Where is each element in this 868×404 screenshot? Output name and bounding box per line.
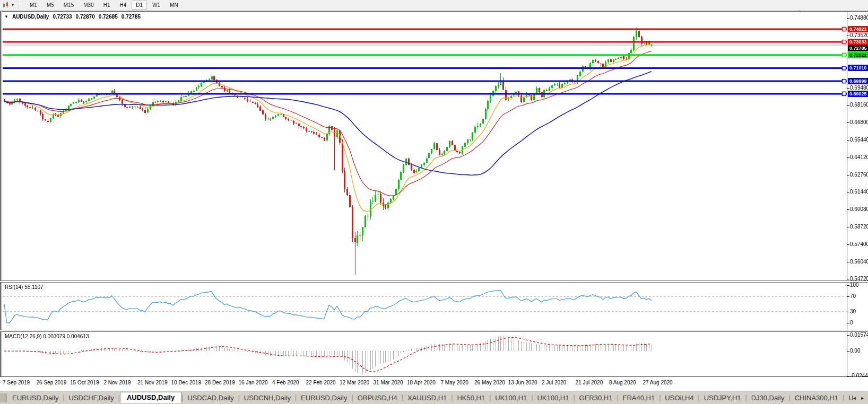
macd-tick-label: 0.00 [850,348,860,354]
price-tick-label: 0.62760 [850,172,868,178]
chart-type-dropdown-caret[interactable]: ▾ [12,3,14,7]
date-label: 2 Jul 2020 [542,380,566,385]
date-label: 22 Feb 2020 [306,380,336,385]
tab-scroll-right-icon[interactable]: ▸ [861,395,864,401]
tab-ger30-h1[interactable]: GER30,H1 [575,392,617,403]
date-label: 8 Aug 2020 [609,380,636,385]
level-price-tag: 0.72022 [848,52,868,58]
tab-usoil-h4[interactable]: USOil,H4 [661,392,698,403]
timeframe-button-m5[interactable]: M5 [42,1,58,10]
tab-usdcad-daily[interactable]: USDCAD,Daily [183,392,238,403]
tab-xauusd-h1[interactable]: XAUUSD,H1 [403,392,451,403]
tab-fra40-h1[interactable]: FRA40,H1 [619,392,659,403]
date-label: 10 Dec 2019 [171,380,202,385]
rsi-tick-label: 100 [850,283,859,288]
price-tick-label: 0.68160 [850,102,868,108]
date-label: 27 Aug 2020 [643,380,673,385]
timeframe-button-w1[interactable]: W1 [148,1,164,10]
date-label: 18 Apr 2020 [407,380,436,385]
tab-hk50-h1[interactable]: HK50,H1 [453,392,489,403]
price-tick-label: 0.58720 [850,224,868,230]
timeframe-button-m15[interactable]: M15 [59,1,78,10]
level-price-tag: 0.74021 [848,26,868,32]
rsi-panel-splitter[interactable] [0,280,868,283]
open-value: 0.72733 [53,14,72,20]
price-tick-label: 0.54720 [850,276,868,282]
date-label: 31 Mar 2020 [374,380,403,385]
date-label: 12 Mar 2020 [340,380,369,385]
tab-usoil-h1[interactable]: USOil,H1 [844,392,853,403]
price-tick-label: 0.61440 [850,189,868,195]
date-label: 7 Sep 2019 [3,380,30,385]
macd-panel-splitter[interactable] [0,330,868,332]
price-axis-line [847,11,847,376]
price-tick-label: 0.73520 [850,33,868,38]
tab-uk100-h1[interactable]: UK100,H1 [533,392,573,403]
tab-bar-left-notch [0,393,7,402]
price-tick-label: 0.64120 [850,155,868,160]
chart-title: ▼ AUDUSD,Daily 0.72733 0.72870 0.72685 0… [4,14,144,20]
timeframe-button-m1[interactable]: M1 [25,1,41,10]
tab-china300-h1[interactable]: CHINA300,H1 [791,392,843,403]
timeframe-button-mn[interactable]: MN [166,1,183,10]
date-label: 21 Nov 2019 [137,380,168,385]
rsi-tick-label: 30 [850,309,856,314]
date-label: 13 Jun 2020 [508,380,537,385]
tab-usdjpy-h1[interactable]: USDJPY,H1 [700,392,745,403]
price-tick-label: 0.69480 [850,85,868,91]
time-axis: 7 Sep 201926 Sep 201915 Oct 20192 Nov 20… [0,377,868,391]
rsi-indicator-label: RSI(14) 55.1107 [5,284,44,290]
timeframe-button-h1[interactable]: H1 [99,1,115,10]
date-label: 7 May 2020 [441,380,468,385]
rsi-tick-label: 70 [850,294,856,299]
macd-tick-label: 0.01574 [850,332,868,338]
tab-eurusd-daily[interactable]: EURUSD,Daily [8,392,63,403]
timeframe-button-d1[interactable]: D1 [132,1,147,10]
price-tick-label: 0.66800 [850,120,868,125]
level-price-tag: 0.71010 [848,65,868,71]
chart-title-caret-icon[interactable]: ▼ [4,14,8,19]
tab-dj30-daily[interactable]: DJ30,Daily [747,392,789,403]
price-tick-label: 0.65440 [850,137,868,143]
chart-tabs: EURUSD,Daily|USDCHF,Daily|AUDUSD,Daily|U… [8,391,853,404]
price-tick-label: 0.74880 [850,15,868,21]
date-label: 26 Sep 2019 [37,380,67,385]
date-label: 28 Dec 2019 [205,380,235,385]
price-tick-label: 0.60080 [850,207,868,212]
timeframe-button-h4[interactable]: H4 [116,1,131,10]
tab-gbpusd-h4[interactable]: GBPUSD,H4 [353,392,402,403]
tab-audusd-daily[interactable]: AUDUSD,Daily [120,392,181,403]
chart-window-left-border [0,11,2,391]
timeframe-button-m30[interactable]: M30 [79,1,98,10]
current-price-tag: 0.72785 [848,45,868,51]
price-chart-canvas[interactable] [0,0,868,404]
mt4-trading-terminal: { "toolbar": { "timeframes": [ {"label":… [0,0,868,404]
candlestick-chart-icon[interactable] [2,2,11,9]
price-tick-label: 0.56040 [850,259,868,265]
high-value: 0.72870 [76,14,95,20]
date-label: 21 Jul 2020 [576,380,603,385]
rsi-tick-label: 0 [850,320,853,326]
tab-usdchf-daily[interactable]: USDCHF,Daily [65,392,118,403]
low-value: 0.72685 [99,14,118,20]
timeframe-buttons: M1M5M15M30H1H4D1W1MN [25,1,183,10]
level-price-tag: 0.69025 [848,91,868,97]
level-price-tag: 0.73033 [848,39,868,45]
close-value: 0.72785 [121,14,141,20]
chart-tab-bar: EURUSD,Daily|USDCHF,Daily|AUDUSD,Daily|U… [0,391,868,404]
price-tick-label: 0.57400 [850,242,868,247]
date-label: 4 Feb 2020 [272,380,299,385]
tab-usdcnh-daily[interactable]: USDCNH,Daily [240,392,295,403]
tab-eurusd-daily[interactable]: EURUSD,Daily [297,392,351,403]
date-label: 2 Nov 2019 [104,380,131,385]
toolbar: ▾ M1M5M15M30H1H4D1W1MN [0,0,868,11]
tab-uk100-h1[interactable]: UK100,H1 [491,392,531,403]
date-label: 16 Jan 2020 [239,380,268,385]
chart-window-top-border [0,11,868,12]
symbol-timeframe-label: AUDUSD,Daily [12,14,49,20]
date-label: 26 May 2020 [474,380,505,385]
toolbar-separator [19,2,20,8]
tab-scroll-arrows: ◂ ▸ [853,395,864,401]
tab-scroll-left-icon[interactable]: ◂ [853,395,856,401]
macd-indicator-label: MACD(12,26,9) 0.003079 0.004613 [5,333,89,339]
